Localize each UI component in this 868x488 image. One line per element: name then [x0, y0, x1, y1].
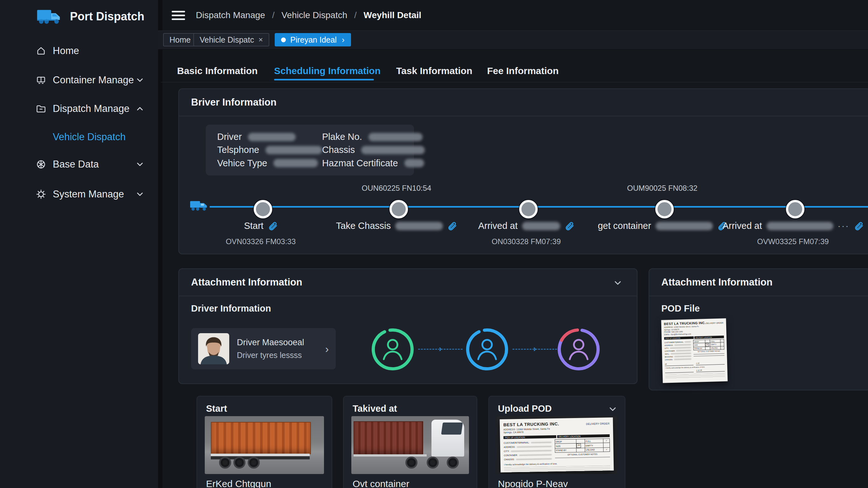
start-photo[interactable]	[205, 416, 324, 474]
sidebar-item-system-manage[interactable]: System Manage	[0, 184, 158, 205]
timeline-timestamp: OUM90025 FN08:32	[599, 184, 726, 193]
strip-tab-label: Pireyan Ideal	[290, 35, 337, 44]
field-chassis: Chassis	[322, 143, 425, 156]
driver-card[interactable]: Driver Maesooeal Driver tyres lessss ›	[191, 328, 336, 369]
pod-file-thumbnail[interactable]: BEST LA TRUCKING INC. DELIVERY ORDER ADD…	[661, 318, 727, 383]
sidebar-item-base-data[interactable]: Base Data	[0, 154, 158, 175]
paperclip-icon[interactable]	[565, 221, 574, 231]
timeline-node-arrived-1	[519, 200, 538, 218]
chevron-down-icon	[135, 189, 145, 199]
tab-task-information[interactable]: Task Information	[396, 65, 472, 76]
sidebar-item-label: Dispatch Manage	[53, 103, 129, 115]
pod-fields: CUSTOMER/TERMINAL: ADDRESS: CITY: CONTAI…	[664, 340, 691, 362]
arrived-photo[interactable]	[351, 416, 469, 474]
pod-fine-print	[665, 373, 725, 379]
arrow-right-icon: ›	[533, 344, 536, 354]
field-plate-no: Plake No.	[322, 130, 425, 143]
redacted-value	[361, 146, 425, 154]
sidebar-item-home[interactable]: Home	[0, 41, 158, 61]
active-dot-icon	[281, 37, 286, 42]
redacted-value	[248, 133, 296, 141]
strip-tab-vehicle-dispatch[interactable]: Vehicle Dispatc ×	[193, 33, 269, 47]
tab-scheduling-information[interactable]: Scheduling Information	[274, 65, 380, 76]
sidebar-item-vehicle-dispatch[interactable]: Vehicle Dispatch	[0, 127, 158, 147]
card-title: Start	[206, 403, 227, 414]
driver-step-ring-purple	[556, 327, 601, 372]
pod-photo[interactable]: BEST LA TRUCKING INC. DELIVERY ORDER ADD…	[497, 416, 617, 474]
section-subtitle: Driver Information	[191, 303, 271, 314]
sidebar-item-label: Container Manage	[53, 74, 134, 86]
breadcrumb-item[interactable]: Vehicle Dispatch	[281, 10, 347, 20]
field-hazmat-certificate: Hazmat Certificate	[322, 157, 425, 170]
chevron-down-icon[interactable]	[608, 404, 618, 414]
strip-tab-home[interactable]: Home	[163, 33, 197, 47]
timeline-timestamp: OVN03326 FM03:33	[197, 237, 324, 246]
sidebar-item-label: Base Data	[53, 159, 99, 170]
chevron-down-icon	[135, 160, 145, 169]
strip-tab-active-detail[interactable]: Pireyan Ideal ›	[275, 33, 351, 47]
breadcrumb: Dispatch Manage / Vehicle Dispatch / Wey…	[196, 10, 421, 20]
chevron-right-icon[interactable]: ›	[342, 35, 345, 45]
timeline-node-arrived-2	[786, 200, 804, 218]
step-connector: ›	[513, 349, 557, 350]
card-caption: ErKed Chtgqun	[206, 479, 271, 488]
timeline-step-name: Arrived at	[478, 221, 518, 231]
timeline-step-name: get container	[598, 221, 651, 231]
card-caption: Ovt container	[352, 479, 409, 488]
breadcrumb-separator: /	[272, 10, 275, 20]
truck-logo-icon	[36, 8, 64, 25]
timeline-timestamp: OUN60225 FN10:54	[333, 184, 460, 193]
redacted-value	[273, 159, 318, 167]
sidebar-divider	[158, 0, 162, 488]
step-card-upload-pod: Upload POD BEST LA TRUCKING INC. DELIVER…	[488, 396, 625, 488]
tab-strip: Home Vehicle Dispatc × Pireyan Ideal ›	[158, 31, 868, 50]
card-title: Upload POD	[498, 403, 552, 414]
gear-icon	[36, 189, 46, 200]
strip-tab-label: Vehicle Dispatc	[200, 35, 254, 44]
attachment-panel-right: Attachment Information POD File BEST LA …	[649, 268, 868, 390]
pod-address: ADDRESS: 13360 Molette Street, Santa Fe …	[664, 325, 724, 336]
field-label: Chassis	[322, 145, 355, 155]
attachment-panel-header: Attachment Information	[649, 269, 868, 296]
field-label: Vehice Type	[217, 158, 267, 169]
close-icon[interactable]: ×	[258, 35, 263, 44]
attachment-panel-header[interactable]: Attachment Information	[179, 269, 637, 296]
driver-avatar	[198, 333, 229, 364]
chevron-right-icon[interactable]: ›	[325, 343, 329, 355]
redacted-value	[656, 222, 713, 230]
driver-step-ring-blue	[465, 327, 509, 372]
paperclip-icon[interactable]	[854, 221, 864, 231]
orange-container	[211, 422, 311, 454]
tab-basic-information[interactable]: Basic Information	[177, 65, 257, 76]
breadcrumb-item[interactable]: Dispatch Manage	[196, 10, 265, 20]
panel-title: Attachment Information	[661, 277, 773, 288]
pod-company: BEST LA TRUCKING INC.	[664, 321, 706, 326]
driver-card-line1: Driver Maesooeal	[237, 338, 304, 347]
redacted-value	[767, 222, 833, 230]
pod-table-area: DROPFULL✓ SIZE20EMPTY STAND BYUNLOAD✓ OP…	[693, 339, 724, 361]
redacted-value	[266, 146, 322, 154]
ellipsis-more[interactable]: ···	[838, 221, 849, 231]
field-label: Driver	[217, 132, 242, 142]
field-label: Plake No.	[322, 132, 362, 142]
field-driver: Driver	[217, 130, 322, 143]
sidebar-item-container-manage[interactable]: Container Manage	[0, 70, 158, 90]
maroon-container	[353, 421, 423, 455]
strip-tab-label: Home	[169, 35, 191, 44]
hamburger-menu-icon[interactable]	[172, 11, 185, 20]
timeline-node-take-chassis	[390, 200, 408, 218]
step-card-arrived: Takived at Ovt container	[343, 396, 477, 488]
chevron-down-icon[interactable]	[613, 278, 623, 288]
redacted-value	[522, 222, 560, 230]
arrow-right-icon: ›	[439, 344, 442, 354]
paperclip-icon[interactable]	[268, 221, 278, 231]
pod-document: BEST LA TRUCKING INC. DELIVERY ORDER ADD…	[500, 418, 614, 473]
sidebar-item-dispatch-manage[interactable]: Dispatch Manage	[0, 98, 158, 119]
sidebar-item-label: Home	[53, 45, 79, 57]
step-card-start: Start ErKed Chtgqun	[196, 396, 332, 488]
driver-step-ring-green	[370, 327, 415, 372]
home-icon	[36, 45, 46, 56]
tab-fee-information[interactable]: Fee Information	[487, 65, 559, 76]
scheduling-panel-header: Briver Information	[179, 89, 868, 116]
active-tab-underline	[274, 79, 374, 81]
